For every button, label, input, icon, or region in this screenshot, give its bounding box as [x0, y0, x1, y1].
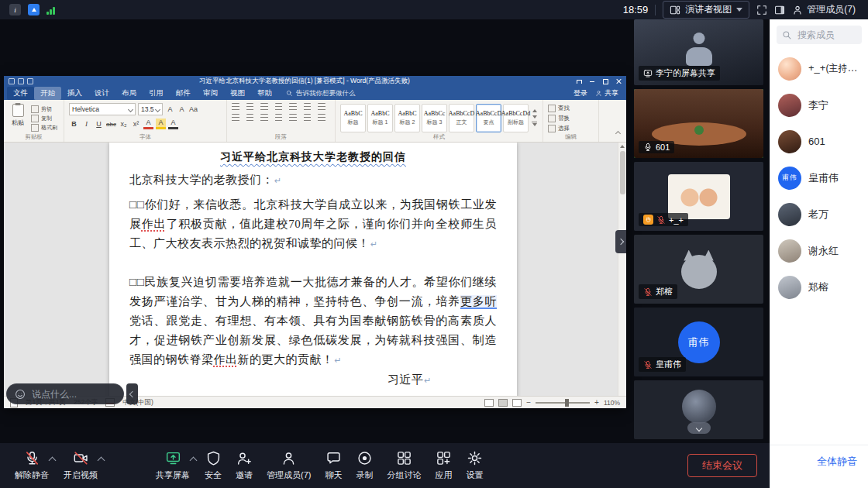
multilevel-list-icon[interactable]	[260, 103, 268, 111]
manage-members-button[interactable]: 管理成员(7)	[260, 443, 318, 488]
member-search-input[interactable]	[796, 29, 853, 41]
ribbon-tab[interactable]: 帮助	[251, 87, 278, 100]
participant-row[interactable]: 李宁	[770, 87, 868, 123]
collapse-videos-button[interactable]	[615, 230, 626, 253]
font-format-button[interactable]: abc	[106, 120, 116, 129]
video-thumbnail[interactable]	[634, 380, 763, 439]
end-meeting-button[interactable]: 结束会议	[687, 454, 757, 477]
style-chip[interactable]: AaBbC 标题 1	[367, 104, 393, 132]
editing-button[interactable]: 选择	[548, 125, 570, 132]
style-chip[interactable]: AaBbCcD 要点	[476, 104, 501, 132]
meeting-info-icon[interactable]: i	[9, 4, 21, 15]
sort-icon[interactable]	[304, 103, 312, 111]
ribbon-tab[interactable]: 邮件	[170, 87, 197, 100]
style-chip[interactable]: AaBbC 标题	[340, 104, 366, 132]
ribbon-tab[interactable]: 文件	[7, 87, 34, 100]
invite-button[interactable]: 邀请	[229, 443, 260, 488]
manage-members-indicator[interactable]: 管理成员(7)	[792, 3, 859, 16]
align-left-icon[interactable]	[232, 114, 239, 122]
font-format-button[interactable]: x₂	[119, 120, 129, 129]
style-chip[interactable]: AaBbCcDd 副标题	[503, 104, 529, 132]
toggle-panel-button[interactable]	[774, 5, 785, 15]
line-spacing-icon[interactable]	[289, 114, 297, 122]
view-mode-selector[interactable]: 演讲者视图	[663, 1, 749, 19]
style-chip[interactable]: AaBbCc 标题 3	[422, 104, 447, 132]
sign-in-link[interactable]: 登录	[574, 88, 587, 98]
font-size-button[interactable]: A	[177, 105, 187, 114]
participant-row[interactable]: +_+(主持人, 我)	[770, 50, 868, 87]
chat-button[interactable]: 聊天	[318, 443, 349, 488]
style-chip[interactable]: AaBbC 标题 2	[394, 104, 420, 132]
restore-icon[interactable]	[602, 78, 608, 84]
member-search[interactable]	[777, 26, 862, 44]
editing-button[interactable]: 查找	[548, 105, 570, 112]
tell-me-search[interactable]: 告诉我你想要做什么	[286, 89, 356, 98]
chat-input[interactable]	[30, 388, 111, 400]
font-name-select[interactable]: Helvetica	[69, 103, 136, 115]
font-format-button[interactable]: I	[81, 120, 91, 129]
word-titlebar[interactable]: 习近平给北京科技大学老教授的回信(1) [兼容模式] - Word(产品激活失败…	[4, 76, 626, 87]
unmute-button[interactable]: 解除静音	[8, 443, 56, 488]
font-size-button[interactable]: A	[165, 105, 175, 114]
clipboard-mini-button[interactable]: 复制	[31, 115, 57, 122]
justify-icon[interactable]	[275, 114, 283, 122]
participant-row[interactable]: 老万	[770, 196, 868, 232]
ribbon-tab[interactable]: 引用	[143, 87, 170, 100]
editing-button[interactable]: 替换	[548, 115, 570, 122]
share-button[interactable]: 共享	[595, 88, 618, 98]
show-marks-icon[interactable]	[318, 103, 326, 111]
style-chip[interactable]: AaBbCcD 正文	[449, 104, 474, 132]
ribbon-tab[interactable]: 设计	[88, 87, 115, 100]
paste-button[interactable]: 粘贴	[9, 103, 27, 132]
ribbon-tab[interactable]: 插入	[61, 87, 88, 100]
styles-gallery-scroll[interactable]	[532, 103, 537, 132]
increase-indent-icon[interactable]	[289, 103, 297, 111]
ribbon-tab[interactable]: 开始	[34, 87, 61, 100]
scroll-up-icon[interactable]	[620, 145, 625, 148]
share-options-chevron[interactable]	[191, 452, 196, 466]
ribbon-options-icon[interactable]	[576, 78, 582, 84]
apps-button[interactable]: 应用	[428, 443, 459, 488]
collapse-ribbon-chevron[interactable]	[616, 125, 620, 139]
font-format-button[interactable]: B	[69, 120, 79, 129]
font-format-button[interactable]: U	[94, 120, 104, 129]
zoom-level[interactable]: 110%	[604, 399, 620, 407]
numbered-list-icon[interactable]	[246, 103, 254, 111]
print-layout-icon[interactable]	[498, 399, 508, 407]
ribbon-tab[interactable]: 布局	[115, 87, 143, 100]
chat-pill[interactable]	[6, 383, 124, 404]
unmute-options-chevron[interactable]	[50, 452, 55, 466]
clipboard-mini-button[interactable]: 格式刷	[31, 124, 57, 132]
fullscreen-button[interactable]	[756, 5, 767, 15]
video-thumbnail[interactable]: 甫伟 皇甫伟	[634, 308, 763, 376]
record-button[interactable]: 录制	[349, 443, 380, 488]
ribbon-tab[interactable]: 审阅	[197, 87, 224, 100]
video-thumbnail[interactable]: 李宁的屏幕共享	[634, 19, 763, 85]
security-button[interactable]: 安全	[198, 443, 229, 488]
mute-all-button[interactable]: 全体静音	[817, 455, 857, 488]
close-icon[interactable]	[615, 78, 622, 84]
settings-button[interactable]: 设置	[459, 443, 490, 488]
font-size-button[interactable]: Aa	[188, 105, 198, 114]
participant-row[interactable]: 谢永红	[770, 232, 868, 269]
share-screen-button[interactable]: 共享屏幕	[149, 443, 197, 488]
emoji-icon[interactable]	[15, 389, 26, 400]
start-video-button[interactable]: 开启视频	[57, 443, 105, 488]
video-thumbnail[interactable]: +_+	[634, 162, 763, 231]
font-format-button[interactable]: x²	[131, 120, 141, 129]
zoom-slider[interactable]	[536, 402, 590, 404]
align-center-icon[interactable]	[246, 114, 254, 122]
decrease-indent-icon[interactable]	[275, 103, 283, 111]
scrollbar-thumb[interactable]	[620, 151, 625, 194]
font-size-select[interactable]: 13.5	[138, 103, 163, 115]
styles-gallery-more-icon[interactable]	[532, 122, 537, 127]
breakout-rooms-button[interactable]: 分组讨论	[380, 443, 428, 488]
app-upgrade-icon[interactable]	[28, 4, 40, 15]
collapse-thumbnails-button[interactable]	[687, 422, 711, 434]
video-options-chevron[interactable]	[98, 452, 104, 466]
zoom-out-button[interactable]: −	[526, 398, 531, 407]
clipboard-mini-button[interactable]: 剪切	[31, 105, 57, 113]
font-format-button[interactable]: A	[143, 119, 153, 129]
read-mode-icon[interactable]	[484, 399, 494, 407]
participant-row[interactable]: 郑榕	[770, 269, 868, 305]
